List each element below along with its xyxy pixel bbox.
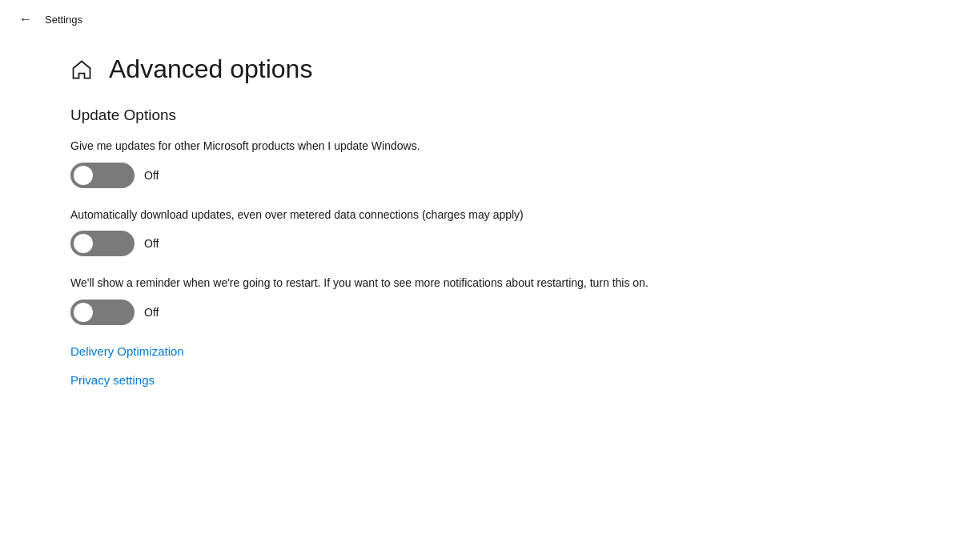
toggle-label-restart: Off: [144, 306, 159, 319]
option-description-metered: Automatically download updates, even ove…: [70, 207, 910, 223]
page-title: Advanced options: [109, 54, 312, 84]
toggle-track-metered: [70, 231, 135, 256]
delivery-optimization-link[interactable]: Delivery Optimization: [70, 344, 184, 358]
toggle-row-metered: Off: [70, 231, 910, 256]
section-heading-update-options: Update Options: [70, 107, 910, 124]
titlebar-title: Settings: [45, 14, 82, 26]
title-bar: ← Settings: [0, 0, 980, 38]
toggle-metered[interactable]: [70, 231, 135, 256]
back-arrow-icon: ←: [19, 12, 32, 26]
toggle-other-products[interactable]: [70, 163, 135, 188]
toggle-label-metered: Off: [144, 237, 159, 250]
home-icon-svg: [70, 58, 93, 81]
toggle-row-restart: Off: [70, 300, 910, 325]
option-block-restart: We'll show a reminder when we're going t…: [70, 275, 910, 325]
option-block-metered: Automatically download updates, even ove…: [70, 207, 910, 257]
toggle-row-other-products: Off: [70, 163, 910, 188]
option-description-other-products: Give me updates for other Microsoft prod…: [70, 139, 910, 155]
back-button[interactable]: ←: [13, 6, 38, 32]
home-icon: [70, 58, 93, 81]
toggle-restart[interactable]: [70, 300, 135, 325]
toggle-track-restart: [70, 300, 135, 325]
link-block-privacy-settings: Privacy settings: [70, 373, 910, 388]
toggle-thumb-restart: [74, 303, 93, 322]
toggle-label-other-products: Off: [144, 169, 159, 182]
toggle-track-other-products: [70, 163, 135, 188]
toggle-thumb-other-products: [74, 166, 93, 185]
option-description-restart: We'll show a reminder when we're going t…: [70, 275, 910, 292]
page-header: Advanced options: [70, 54, 910, 84]
link-block-delivery-optimization: Delivery Optimization: [70, 344, 910, 359]
privacy-settings-link[interactable]: Privacy settings: [70, 373, 155, 387]
content-area: Advanced options Update Options Give me …: [0, 38, 980, 418]
toggle-thumb-metered: [74, 234, 93, 253]
option-block-other-products: Give me updates for other Microsoft prod…: [70, 139, 910, 188]
